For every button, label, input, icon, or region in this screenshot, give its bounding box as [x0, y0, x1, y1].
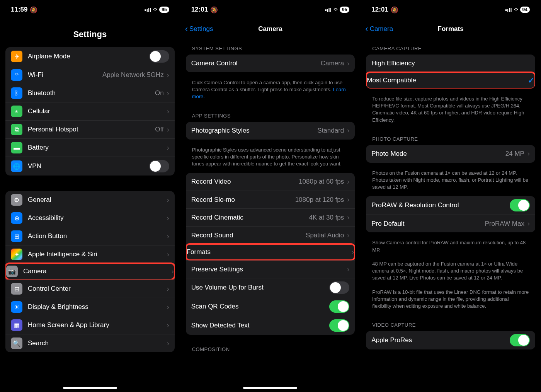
- row-apple-prores[interactable]: Apple ProRes: [366, 331, 535, 349]
- row-control-center[interactable]: ⊟Control Center›: [5, 280, 175, 298]
- row-value: Standard: [317, 127, 344, 135]
- row-search[interactable]: 🔍Search›: [5, 334, 175, 352]
- row-label: General: [28, 196, 164, 204]
- row-value: 4K at 30 fps: [309, 214, 344, 222]
- chevron-right-icon: ›: [167, 71, 169, 79]
- row-label: Control Center: [28, 285, 164, 293]
- section-footer: Photographic Styles uses advanced scene …: [186, 144, 355, 173]
- row-label: Pro Default: [371, 220, 485, 228]
- home-indicator[interactable]: [63, 387, 117, 389]
- back-button[interactable]: ‹ Camera: [365, 24, 393, 34]
- row-battery[interactable]: ▬Battery›: [5, 138, 175, 157]
- wifi-icon: ⌔: [153, 7, 157, 13]
- battery-badge: 94: [520, 7, 530, 13]
- apps-icon: ▦: [11, 319, 22, 331]
- section-footer: To reduce file size, capture photos and …: [366, 93, 535, 129]
- chevron-right-icon: ›: [167, 196, 169, 204]
- silent-icon: 🔕: [391, 6, 398, 14]
- section-header: COMPOSITION: [186, 339, 355, 355]
- row-show-detected-text[interactable]: Show Detected Text: [186, 316, 355, 335]
- page-title: Camera: [258, 25, 282, 33]
- row-scan-qr-codes[interactable]: Scan QR Codes: [186, 297, 355, 316]
- status-bar: 12:01 🔕 ▪ıll ⌔ 94: [361, 0, 541, 19]
- row-display-brightness[interactable]: ☀Display & Brightness›: [5, 298, 175, 316]
- row-accessibility[interactable]: ⊕Accessibility›: [5, 209, 175, 227]
- learn-more-link[interactable]: Learn more.: [192, 87, 346, 99]
- row-personal-hotspot[interactable]: ⧉Personal HotspotOff›: [5, 120, 175, 138]
- chevron-right-icon: ›: [347, 265, 349, 273]
- toggle[interactable]: [149, 50, 169, 63]
- row-pro-default[interactable]: Pro DefaultProRAW Max›: [366, 215, 535, 232]
- row-home-screen-app-library[interactable]: ▦Home Screen & App Library›: [5, 316, 175, 334]
- status-bar: 11:59 🔕 ▪ıll ⌔ 95: [0, 0, 180, 19]
- chevron-right-icon: ›: [347, 196, 349, 204]
- row-wi-fi[interactable]: ⌔Wi-FiApple Network 5GHz›: [5, 66, 175, 84]
- wifi-icon: ⌔: [11, 69, 22, 81]
- battery-badge: 95: [340, 7, 349, 13]
- chevron-right-icon: ›: [167, 89, 169, 97]
- row-camera-control[interactable]: Camera ControlCamera›: [186, 55, 355, 72]
- row-value: Spatial Audio: [306, 232, 344, 239]
- row-label: Scan QR Codes: [191, 303, 330, 310]
- row-label: Apple ProRes: [371, 336, 510, 344]
- row-value: On: [155, 89, 164, 97]
- chevron-right-icon: ›: [167, 251, 169, 259]
- row-bluetooth[interactable]: ᛒBluetoothOn›: [5, 84, 175, 102]
- chevron-left-icon: ‹: [185, 24, 188, 34]
- back-button[interactable]: ‹ Settings: [185, 24, 213, 34]
- toggle[interactable]: [510, 199, 530, 211]
- nav-bar: ‹ Settings Camera: [180, 19, 361, 39]
- row-label: Record Sound: [191, 232, 306, 239]
- settings-group-1: ⚙General›⊕Accessibility›⊞Action Button›✦…: [5, 191, 175, 352]
- toggle[interactable]: [329, 281, 349, 294]
- switches-icon: ⊟: [11, 283, 22, 295]
- home-indicator[interactable]: [243, 387, 297, 389]
- nav-bar: ‹ Camera Formats: [361, 19, 541, 39]
- row-use-volume-up-for-burst[interactable]: Use Volume Up for Burst: [186, 278, 355, 297]
- chevron-right-icon: ›: [167, 339, 169, 348]
- row-action-button[interactable]: ⊞Action Button›: [5, 227, 175, 245]
- chevron-right-icon: ›: [167, 144, 169, 152]
- row-camera[interactable]: 📷Camera›: [5, 262, 175, 280]
- row-record-sound[interactable]: Record SoundSpatial Audio›: [186, 226, 355, 244]
- row-photo-mode[interactable]: Photo Mode24 MP›: [366, 145, 535, 163]
- wifi-icon: ⌔: [514, 7, 518, 13]
- row-vpn[interactable]: 🌐VPN: [5, 157, 175, 176]
- toggle[interactable]: [149, 160, 169, 172]
- row-photographic-styles[interactable]: Photographic StylesStandard›: [186, 122, 355, 140]
- row-preserve-settings[interactable]: Preserve Settings›: [186, 260, 355, 278]
- toggle[interactable]: [329, 300, 349, 313]
- back-label: Settings: [189, 25, 213, 33]
- section-group-0: Camera ControlCamera›: [186, 55, 355, 72]
- row-label: Action Button: [28, 232, 164, 240]
- section-footer: Click Camera Control to open a camera ap…: [186, 77, 355, 106]
- row-proraw-resolution-control[interactable]: ProRAW & Resolution Control: [366, 196, 535, 215]
- row-label: Use Volume Up for Burst: [191, 284, 330, 291]
- row-apple-intelligence-siri[interactable]: ✦Apple Intelligence & Siri›: [5, 245, 175, 263]
- row-record-cinematic[interactable]: Record Cinematic4K at 30 fps›: [186, 208, 355, 226]
- section-group-1: Photo Mode24 MP›: [366, 145, 535, 163]
- row-formats[interactable]: Formats›: [186, 243, 355, 261]
- chevron-right-icon: ›: [527, 220, 530, 228]
- row-value: 1080p at 60 fps: [299, 178, 344, 186]
- search-icon: 🔍: [11, 337, 22, 349]
- row-label: Accessibility: [28, 214, 164, 222]
- row-cellular[interactable]: ⟐Cellular›: [5, 102, 175, 120]
- row-label: VPN: [28, 162, 149, 170]
- row-high-efficiency[interactable]: High Efficiency: [366, 55, 535, 72]
- silent-icon: 🔕: [30, 6, 37, 14]
- toggle[interactable]: [510, 334, 530, 346]
- row-record-video[interactable]: Record Video1080p at 60 fps›: [186, 173, 355, 191]
- toggle[interactable]: [329, 319, 349, 332]
- chevron-right-icon: ›: [167, 303, 169, 311]
- settings-group-0: ✈Airplane Mode⌔Wi-FiApple Network 5GHz›ᛒ…: [5, 47, 175, 176]
- page-title: Formats: [438, 25, 464, 33]
- section-header: SYSTEM SETTINGS: [186, 39, 355, 55]
- row-general[interactable]: ⚙General›: [5, 191, 175, 209]
- row-record-slo-mo[interactable]: Record Slo-mo1080p at 120 fps›: [186, 191, 355, 208]
- battery-badge: 95: [159, 7, 169, 13]
- chevron-right-icon: ›: [167, 107, 169, 116]
- battery-icon: ▬: [11, 142, 22, 153]
- row-airplane-mode[interactable]: ✈Airplane Mode: [5, 47, 175, 66]
- row-most-compatible[interactable]: Most Compatible✓: [366, 72, 535, 89]
